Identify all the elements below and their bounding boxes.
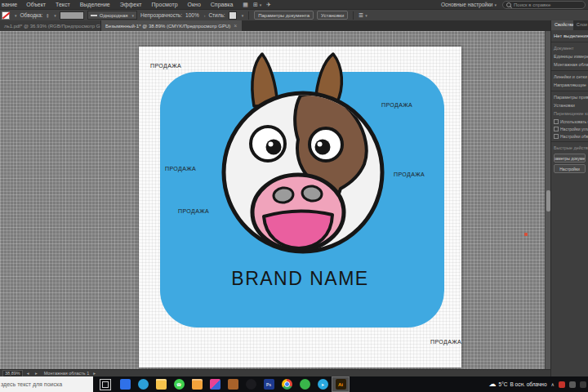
app-photoshop-icon: Ps (264, 379, 274, 390)
task-view-icon[interactable] (100, 379, 111, 390)
panel-button[interactable]: Настройки (554, 164, 586, 173)
app-green-icon (300, 379, 310, 390)
app-photoshop[interactable]: Ps (260, 376, 278, 392)
cloud-icon: ☁ (489, 381, 497, 388)
panel-row: Нет выделения (551, 32, 588, 40)
tray-notification-icon[interactable] (559, 381, 565, 388)
app-paint[interactable] (206, 376, 224, 392)
panel-row: Быстрые действия (551, 144, 588, 152)
panel-row: Перемещение клавишами (551, 109, 588, 118)
panel-checkbox[interactable]: Использовать превью (551, 118, 588, 125)
stroke-caret-icon[interactable]: ▾ (54, 13, 56, 18)
app-store[interactable] (224, 376, 242, 392)
menu-item-справка[interactable]: Справка (206, 2, 238, 7)
checkbox-icon[interactable] (554, 119, 559, 124)
menu-item-окно[interactable]: Окно (183, 2, 206, 7)
cow-right-pupil (315, 140, 331, 155)
documents-grid-icon[interactable]: ▦ (243, 2, 248, 8)
panel-row[interactable]: Установки (551, 101, 588, 109)
checkbox-icon[interactable] (554, 127, 559, 131)
fill-caret-icon[interactable]: ▾ (15, 13, 17, 18)
app-illustrator-icon: Ai (336, 379, 346, 390)
stroke-stepper[interactable]: ▲▼ (46, 13, 49, 18)
status-bar: 38,89% ◂ ▸ Монтажная область 1 ▸ (0, 369, 550, 376)
panel-row[interactable]: Единицы измерения (551, 52, 588, 60)
app-mail-icon (120, 379, 131, 390)
profile-line-icon (91, 15, 97, 16)
watermark-text-6: ПРОДАЖА (430, 339, 461, 345)
artboard-nav-label[interactable]: Монтажная область 1 (44, 371, 90, 376)
app-store-icon (228, 379, 238, 390)
checkbox-icon[interactable] (554, 134, 559, 139)
tray-chevron-icon[interactable]: ∧ (551, 381, 555, 387)
app-photos[interactable] (188, 376, 206, 392)
app-opera-gx[interactable] (242, 376, 260, 392)
app-illustrator[interactable]: Ai (332, 376, 350, 392)
panel-row[interactable]: Параметры привязки (551, 93, 588, 101)
cow-left-eye-gleam (269, 142, 274, 147)
brush-input[interactable] (60, 11, 84, 20)
properties-panel-rows: Нет выделенияДокументЕдиницы измеренияМо… (551, 30, 588, 176)
menu-item-объект[interactable]: Объект (21, 2, 51, 7)
panel-row: Документ (551, 44, 588, 52)
windows-taskbar: Введите здесь текст для поиска ☎Ps➤Ai ☁ … (0, 376, 588, 392)
menu-item-эффект[interactable]: Эффект (115, 2, 147, 7)
watermark-text-1: ПРОДАЖА (150, 63, 181, 69)
windows-search-input[interactable]: Введите здесь текст для поиска (0, 376, 93, 392)
menu-item-текст[interactable]: Текст (51, 2, 75, 7)
arrange-documents-icon[interactable]: ⊞▾ (253, 2, 261, 8)
opacity-value[interactable]: 100% (185, 12, 199, 18)
panel-checkbox[interactable]: Настройки угла (551, 125, 588, 132)
menu-item-cut[interactable]: вание (0, 2, 21, 7)
document-setup-button[interactable]: Параметры документа (254, 11, 314, 20)
menu-item-просмотр[interactable]: Просмотр (147, 2, 183, 7)
close-icon[interactable]: × (234, 23, 237, 29)
watermark-text-2: ПРОДАЖА (381, 102, 412, 108)
help-search-input[interactable]: Поиск в справке (502, 1, 586, 9)
panel-checkbox[interactable]: Настройки обводки (551, 132, 588, 140)
divider (248, 11, 249, 20)
app-explorer[interactable] (152, 376, 170, 392)
panel-button[interactable]: Параметры документа (554, 154, 586, 163)
workspace-switcher[interactable]: Основные настройки▾ (441, 2, 497, 7)
panel-row[interactable]: Направляющие (551, 81, 588, 89)
document-tab-active[interactable]: Безымянный-1* @ 38.89% (CMYK/Предпросмот… (101, 20, 242, 31)
menu-item-выделение[interactable]: Выделение (75, 2, 115, 7)
stroke-profile-dropdown[interactable]: Однородная ▾ (87, 11, 137, 20)
opacity-caret-icon[interactable]: › (204, 13, 206, 18)
tray-network-icon[interactable] (569, 381, 576, 388)
fill-color-swatch[interactable] (2, 11, 10, 20)
app-mail[interactable] (116, 376, 134, 392)
app-chrome[interactable] (278, 376, 296, 392)
taskbar-apps: ☎Ps➤Ai (116, 376, 350, 392)
style-swatch[interactable] (229, 11, 237, 20)
artboard-next-icon[interactable]: ▸ (93, 371, 98, 376)
panel-row[interactable]: Линейки и сетки (551, 73, 588, 81)
tab-layers[interactable]: Слои (573, 20, 588, 30)
document-tab-bar: ль1.pdf* @ 36.93% (RGB/Предпросмотр GPU)… (0, 20, 550, 31)
preferences-button[interactable]: Установки (317, 11, 348, 20)
panel-divider (551, 70, 588, 71)
checkbox-label: Использовать превью (560, 119, 588, 124)
tab-properties[interactable]: Свойства (551, 20, 573, 30)
document-tab-inactive[interactable]: ль1.pdf* @ 36.93% (RGB/Предпросмотр GPU)… (0, 20, 101, 31)
share-icon[interactable]: ✈ (266, 2, 271, 8)
app-green[interactable] (296, 376, 314, 392)
artboard[interactable]: BRAND NAME ПРОДАЖАПРОДАЖАПРОДАЖАПРОДАЖАП… (139, 47, 461, 368)
stray-object-dot[interactable] (524, 233, 528, 236)
vertical-scrollbar[interactable] (545, 31, 550, 369)
panel-menu-icon[interactable]: ☰▾ (359, 12, 367, 19)
weather-widget[interactable]: ☁ 5°C В осн. облачно (489, 381, 547, 388)
cow-right-eye-gleam (318, 142, 323, 147)
app-edge[interactable] (134, 376, 152, 392)
app-telegram[interactable]: ➤ (314, 376, 332, 392)
canvas-pasteboard[interactable]: BRAND NAME ПРОДАЖАПРОДАЖАПРОДАЖАПРОДАЖАП… (0, 31, 545, 369)
tray-volume-icon[interactable] (580, 381, 586, 388)
app-telegram-icon: ➤ (318, 379, 328, 390)
app-chrome-icon (282, 379, 292, 390)
panel-row[interactable]: Монтажная область (551, 60, 588, 69)
style-caret-icon[interactable]: ▾ (242, 13, 244, 18)
artboard-nav-arrows[interactable]: ◂ ▸ (27, 371, 40, 376)
app-whatsapp[interactable]: ☎ (170, 376, 188, 392)
app-photos-icon (192, 379, 203, 390)
